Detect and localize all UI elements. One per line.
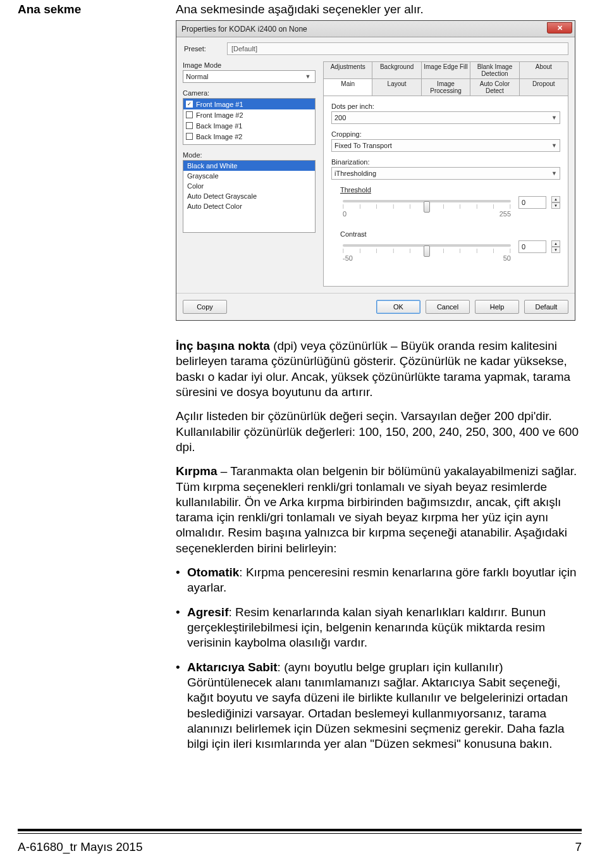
tab-about[interactable]: About: [519, 61, 568, 78]
tab-layout[interactable]: Layout: [372, 78, 420, 96]
cropping-value: Fixed To Transport: [334, 142, 392, 149]
list-item[interactable]: Black and White: [183, 161, 315, 171]
spin-down-icon[interactable]: ▼: [551, 247, 560, 253]
contrast-slider[interactable]: [343, 244, 511, 247]
list-item-label: Black and White: [187, 162, 237, 170]
list-item: Otomatik: Kırpma penceresini resmin kena…: [176, 565, 582, 596]
cancel-button[interactable]: Cancel: [426, 300, 470, 314]
threshold-slider[interactable]: [343, 200, 511, 202]
slider-thumb[interactable]: [424, 245, 430, 257]
binarization-value: iThresholding: [334, 170, 376, 177]
term: İnç başına nokta: [176, 339, 270, 352]
list-item-label: Auto Detect Grayscale: [187, 192, 257, 200]
camera-listbox[interactable]: ✓ Front Image #1 Front Image #2 Back Ima: [183, 98, 316, 145]
term: Kırpma: [176, 464, 217, 478]
checkbox-icon[interactable]: [186, 122, 193, 129]
term: Otomatik: [187, 566, 239, 579]
close-icon[interactable]: ✕: [547, 22, 572, 34]
dialog-titlebar[interactable]: Properties for KODAK i2400 on None ✕: [176, 21, 575, 37]
list-item-label: Grayscale: [187, 172, 219, 180]
dpi-dropdown[interactable]: 200 ▼: [331, 111, 560, 124]
tab-image-edge-fill[interactable]: Image Edge Fill: [421, 61, 470, 78]
threshold-max: 255: [500, 210, 511, 218]
tab-auto-color-detect[interactable]: Auto Color Detect: [470, 78, 518, 96]
help-button[interactable]: Help: [475, 300, 519, 314]
mode-listbox[interactable]: Black and White Grayscale Color Auto Det…: [183, 160, 316, 233]
image-mode-label: Image Mode: [183, 61, 316, 69]
list-item-label: Front Image #1: [196, 101, 243, 108]
tab-main[interactable]: Main: [323, 78, 372, 96]
text: : Kırpma penceresini resmin kenarlarına …: [187, 566, 577, 594]
dpi-label: Dots per inch:: [331, 102, 560, 110]
list-item-label: Color: [187, 182, 204, 190]
list-item-label: Back Image #2: [196, 133, 242, 140]
list-item-label: Front Image #2: [196, 111, 243, 119]
dialog-title: Properties for KODAK i2400 on None: [181, 25, 547, 34]
list-item[interactable]: Color: [183, 181, 315, 191]
copy-button[interactable]: Copy: [183, 300, 227, 314]
tab-dropout[interactable]: Dropout: [519, 78, 568, 96]
body-text: İnç başına nokta (dpi) veya çözünürlük –…: [176, 338, 582, 752]
checkbox-icon[interactable]: [186, 111, 193, 118]
page-number: 7: [575, 840, 582, 854]
list-item[interactable]: ✓ Front Image #1: [183, 99, 315, 109]
term: Aktarıcıya Sabit: [187, 660, 278, 674]
list-item-label: Auto Detect Color: [187, 202, 242, 210]
checkbox-icon[interactable]: ✓: [186, 101, 193, 108]
checkbox-icon[interactable]: [186, 133, 193, 140]
preset-input[interactable]: [227, 42, 568, 55]
contrast-label: Contrast: [340, 230, 560, 238]
cropping-label: Cropping:: [331, 130, 560, 138]
chevron-down-icon: ▼: [551, 170, 557, 177]
list-item[interactable]: Auto Detect Color: [183, 201, 315, 211]
intro-text: Ana sekmesinde aşağıdaki seçenekler yer …: [176, 3, 582, 16]
spin-up-icon[interactable]: ▲: [551, 196, 560, 202]
cropping-dropdown[interactable]: Fixed To Transport ▼: [331, 139, 560, 152]
ok-button[interactable]: OK: [376, 300, 420, 314]
tab-background[interactable]: Background: [372, 61, 420, 78]
text: : (aynı boyutlu belge grupları için kull…: [187, 660, 568, 751]
camera-label: Camera:: [183, 89, 316, 97]
preset-label: Preset:: [184, 45, 222, 53]
list-item-label: Back Image #1: [196, 122, 242, 130]
text: – Taranmakta olan belgenin bir bölümünü …: [176, 464, 577, 555]
chevron-down-icon: ▼: [551, 142, 557, 149]
spin-down-icon[interactable]: ▼: [551, 202, 560, 209]
image-mode-dropdown[interactable]: Normal ▼: [183, 70, 316, 83]
threshold-label: Threshold: [340, 186, 560, 194]
chevron-down-icon: ▼: [304, 72, 312, 81]
list-item[interactable]: Back Image #2: [183, 131, 315, 142]
list-item: Agresif: Resim kenarlarında kalan siyah …: [176, 605, 582, 651]
dpi-value: 200: [334, 114, 346, 121]
binarization-label: Binarization:: [331, 158, 560, 166]
spin-up-icon[interactable]: ▲: [551, 240, 560, 247]
footer-left: A-61680_tr Mayıs 2015: [18, 840, 143, 854]
list-item[interactable]: Back Image #1: [183, 120, 315, 131]
default-button[interactable]: Default: [524, 300, 568, 314]
contrast-min: -50: [343, 254, 353, 262]
contrast-max: 50: [503, 254, 511, 262]
threshold-min: 0: [343, 210, 346, 218]
binarization-dropdown[interactable]: iThresholding ▼: [331, 167, 560, 180]
paragraph: İnç başına nokta (dpi) veya çözünürlük –…: [176, 338, 582, 400]
chevron-down-icon: ▼: [551, 115, 557, 121]
term: Agresif: [187, 605, 228, 619]
list-item[interactable]: Auto Detect Grayscale: [183, 191, 315, 201]
paragraph: Kırpma – Taranmakta olan belgenin bir bö…: [176, 464, 582, 556]
list-item: Aktarıcıya Sabit: (aynı boyutlu belge gr…: [176, 660, 582, 752]
section-heading: Ana sekme: [18, 3, 176, 16]
mode-label: Mode:: [183, 151, 316, 159]
slider-thumb[interactable]: [424, 201, 430, 213]
paragraph: Açılır listeden bir çözünürlük değeri se…: [176, 409, 582, 455]
page-footer: A-61680_tr Mayıs 2015 7: [18, 829, 582, 854]
image-mode-value: Normal: [186, 73, 208, 80]
list-item[interactable]: Front Image #2: [183, 109, 315, 120]
properties-dialog: Properties for KODAK i2400 on None ✕ Pre…: [176, 20, 575, 321]
threshold-value-box[interactable]: 0: [518, 196, 546, 209]
contrast-value-box[interactable]: 0: [518, 240, 546, 253]
tab-image-processing[interactable]: Image Processing: [421, 78, 470, 96]
text: : Resim kenarlarında kalan siyah kenarlı…: [187, 605, 546, 650]
tab-adjustments[interactable]: Adjustments: [323, 61, 372, 78]
list-item[interactable]: Grayscale: [183, 171, 315, 181]
tab-blank-image-detection[interactable]: Blank Image Detection: [470, 61, 518, 78]
